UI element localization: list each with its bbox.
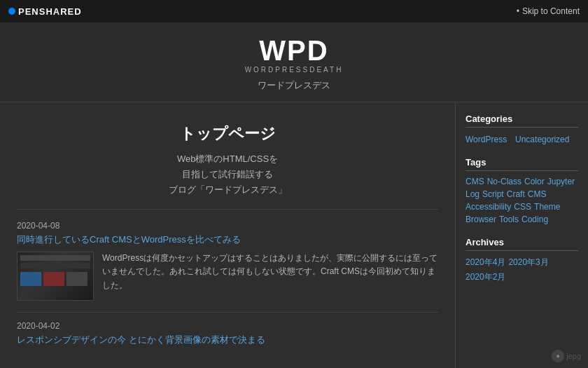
archives-label: Archives bbox=[465, 237, 578, 251]
tag-cms2[interactable]: CMS bbox=[528, 189, 547, 199]
categories-section: Categories WordPress Uncategorized bbox=[465, 114, 578, 144]
categories-label: Categories bbox=[465, 114, 578, 128]
post-thumbnail-1 bbox=[17, 252, 94, 301]
archives-section: Archives 2020年4月 2020年3月 2020年2月 bbox=[465, 237, 578, 283]
post-item-1: 2020-04-08 同時進行しているCraft CMSとWordPressを比… bbox=[17, 221, 438, 301]
watermark-text: jepg bbox=[566, 352, 581, 360]
tags-label: Tags bbox=[465, 157, 578, 171]
sidebar: Categories WordPress Uncategorized Tags … bbox=[455, 102, 588, 368]
tag-css[interactable]: CSS bbox=[514, 202, 531, 212]
tags-section: Tags CMS No-Class Color Jupyter Log Scri… bbox=[465, 157, 578, 224]
tag-script[interactable]: Script bbox=[482, 189, 504, 199]
tag-theme[interactable]: Theme bbox=[534, 202, 560, 212]
tag-coding[interactable]: Coding bbox=[522, 214, 548, 224]
page-description: Web標準のHTML/CSSを 目指して試行錯誤する ブログ「ワードプレスデス」 bbox=[17, 151, 438, 198]
tag-browser[interactable]: Browser bbox=[465, 214, 496, 224]
watermark: ● jepg bbox=[552, 350, 581, 362]
archive-march[interactable]: 2020年3月 bbox=[508, 257, 548, 268]
post-title-link-1[interactable]: 同時進行しているCraft CMSとWordPressを比べてみる bbox=[17, 233, 438, 246]
site-logo[interactable]: PENSHARED bbox=[8, 6, 82, 17]
wpd-logo: WPD bbox=[0, 36, 588, 64]
tag-log[interactable]: Log bbox=[465, 189, 479, 199]
tag-no-class[interactable]: No-Class bbox=[487, 177, 522, 186]
tag-color[interactable]: Color bbox=[524, 177, 545, 186]
categories-list: WordPress Uncategorized bbox=[465, 133, 578, 144]
post-item-2: 2020-04-02 レスポンシブデザインの今 とにかく背景画像の素材で決まる bbox=[17, 312, 438, 346]
post-date-1: 2020-04-08 bbox=[17, 221, 438, 231]
tags-list: CMS No-Class Color Jupyter Log Script Cr… bbox=[465, 177, 578, 224]
logo-text: PENSHARED bbox=[18, 6, 82, 17]
top-bar: PENSHARED Skip to Content bbox=[0, 0, 588, 22]
page-title: トップページ bbox=[17, 123, 438, 144]
post-title-link-2[interactable]: レスポンシブデザインの今 とにかく背景画像の素材で決まる bbox=[17, 334, 438, 346]
tag-accessibility[interactable]: Accessibility bbox=[465, 202, 511, 212]
post-excerpt-1: WordPressは何度かセットアップはすることはありましたが、実際に公開するに… bbox=[102, 252, 438, 301]
site-title: ワードプレスデス bbox=[0, 79, 588, 92]
category-uncategorized[interactable]: Uncategorized bbox=[515, 135, 569, 144]
watermark-icon: ● bbox=[552, 350, 564, 362]
post-body-1: WordPressは何度かセットアップはすることはありましたが、実際に公開するに… bbox=[17, 252, 438, 301]
wpd-subtitle: WORDPRESSDEATH bbox=[0, 66, 588, 74]
post-date-2: 2020-04-02 bbox=[17, 321, 438, 331]
page-heading: トップページ Web標準のHTML/CSSを 目指して試行錯誤する ブログ「ワー… bbox=[17, 116, 438, 210]
archive-april[interactable]: 2020年4月 bbox=[465, 257, 505, 268]
content-area: トップページ Web標準のHTML/CSSを 目指して試行錯誤する ブログ「ワー… bbox=[0, 102, 455, 368]
category-wordpress[interactable]: WordPress bbox=[465, 135, 507, 144]
logo-dot bbox=[8, 8, 15, 15]
skip-link-text: Skip to Content bbox=[522, 6, 580, 16]
skip-to-content-link[interactable]: Skip to Content bbox=[517, 6, 580, 16]
tag-tools[interactable]: Tools bbox=[499, 214, 519, 224]
main-wrapper: トップページ Web標準のHTML/CSSを 目指して試行錯誤する ブログ「ワー… bbox=[0, 102, 588, 368]
archives-list: 2020年4月 2020年3月 2020年2月 bbox=[465, 257, 578, 283]
tag-craft[interactable]: Craft bbox=[507, 189, 525, 199]
tag-jupyter[interactable]: Jupyter bbox=[547, 177, 575, 186]
archive-feb[interactable]: 2020年2月 bbox=[465, 271, 505, 283]
site-header: WPD WORDPRESSDEATH ワードプレスデス bbox=[0, 22, 588, 102]
tag-cms[interactable]: CMS bbox=[465, 177, 484, 186]
